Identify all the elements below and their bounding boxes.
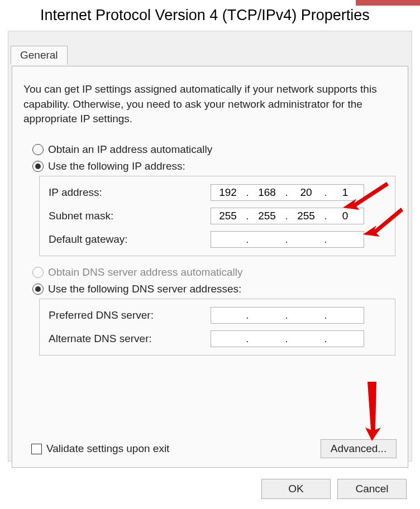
dot-icon: . [323, 309, 328, 323]
ip-octet-3[interactable] [289, 186, 323, 199]
dot-icon: . [245, 210, 250, 224]
dot-icon: . [323, 333, 328, 347]
pdns-octet-2[interactable] [250, 309, 284, 321]
radio-row-dns-auto: Obtain DNS server address automatically [32, 266, 397, 278]
ip-octet-1[interactable] [211, 186, 245, 199]
radio-label: Use the following DNS server addresses: [48, 283, 241, 295]
adns-octet-1[interactable] [211, 333, 245, 345]
radio-icon [32, 267, 44, 278]
ip-address-row: IP address: . . . [49, 184, 386, 201]
ip-address-input[interactable]: . . . [211, 184, 364, 201]
dot-icon: . [245, 333, 250, 347]
radio-row-ip-manual[interactable]: Use the following IP address: [32, 160, 397, 172]
tab-strip: General [8, 31, 412, 50]
dns-group: Preferred DNS server: . . . Alternate DN… [39, 299, 395, 356]
window-title: Internet Protocol Version 4 (TCP/IPv4) P… [40, 7, 370, 24]
dot-icon: . [245, 309, 250, 323]
radio-icon [32, 144, 44, 155]
radio-icon [32, 161, 44, 172]
pdns-octet-4[interactable] [328, 309, 362, 321]
radio-icon [32, 284, 44, 295]
description-text: You can get IP settings assigned automat… [23, 82, 397, 127]
close-button-edge[interactable] [356, 0, 420, 6]
dot-icon: . [245, 186, 250, 200]
gw-octet-2[interactable] [250, 233, 284, 246]
tab-general[interactable]: General [11, 46, 68, 65]
dot-icon: . [284, 210, 289, 224]
gw-octet-1[interactable] [211, 233, 245, 246]
general-panel: You can get IP settings assigned automat… [12, 66, 408, 468]
cancel-button[interactable]: Cancel [337, 479, 407, 499]
ip-address-label: IP address: [49, 186, 211, 199]
dot-icon: . [284, 186, 289, 200]
subnet-mask-row: Subnet mask: . . . [49, 208, 386, 224]
radio-label: Use the following IP address: [48, 160, 185, 172]
preferred-dns-label: Preferred DNS server: [49, 309, 211, 321]
validate-checkbox-row[interactable]: Validate settings upon exit [31, 443, 169, 455]
preferred-dns-input[interactable]: . . . [211, 307, 364, 324]
content-area: General You can get IP settings assigned… [8, 31, 412, 462]
mask-octet-4[interactable] [328, 210, 362, 222]
ipv4-properties-window: Internet Protocol Version 4 (TCP/IPv4) P… [0, 0, 420, 509]
preferred-dns-row: Preferred DNS server: . . . [49, 307, 386, 324]
ip-octet-2[interactable] [250, 186, 284, 199]
dot-icon: . [323, 186, 328, 200]
checkbox-icon [31, 444, 42, 454]
pdns-octet-3[interactable] [289, 309, 323, 321]
gw-octet-3[interactable] [289, 233, 323, 246]
alternate-dns-label: Alternate DNS server: [49, 333, 211, 345]
radio-row-ip-auto[interactable]: Obtain an IP address automatically [32, 143, 397, 156]
dot-icon: . [284, 333, 289, 347]
alternate-dns-row: Alternate DNS server: . . . [49, 330, 386, 347]
dot-icon: . [284, 309, 289, 323]
footer-buttons: OK Cancel [261, 479, 407, 499]
dot-icon: . [323, 210, 328, 224]
default-gateway-row: Default gateway: . . . [49, 231, 386, 248]
validate-label: Validate settings upon exit [46, 443, 169, 455]
subnet-mask-label: Subnet mask: [49, 210, 211, 222]
ip-octet-4[interactable] [328, 186, 362, 199]
ip-group: IP address: . . . Subnet mask: [39, 176, 395, 256]
radio-label: Obtain an IP address automatically [48, 143, 212, 156]
mask-octet-2[interactable] [250, 210, 284, 222]
alternate-dns-input[interactable]: . . . [211, 330, 364, 347]
radio-row-dns-manual[interactable]: Use the following DNS server addresses: [32, 283, 397, 295]
dot-icon: . [245, 233, 250, 247]
pdns-octet-1[interactable] [211, 309, 245, 321]
default-gateway-label: Default gateway: [49, 233, 211, 246]
gw-octet-4[interactable] [328, 233, 362, 246]
adns-octet-2[interactable] [250, 333, 284, 345]
subnet-mask-input[interactable]: . . . [211, 208, 364, 224]
mask-octet-1[interactable] [211, 210, 245, 222]
dot-icon: . [284, 233, 289, 247]
adns-octet-4[interactable] [328, 333, 362, 345]
default-gateway-input[interactable]: . . . [211, 231, 364, 248]
adns-octet-3[interactable] [289, 333, 323, 345]
advanced-button[interactable]: Advanced... [321, 439, 397, 458]
mask-octet-3[interactable] [289, 210, 323, 222]
dot-icon: . [323, 233, 328, 247]
ok-button[interactable]: OK [261, 479, 331, 499]
radio-label: Obtain DNS server address automatically [48, 266, 242, 278]
